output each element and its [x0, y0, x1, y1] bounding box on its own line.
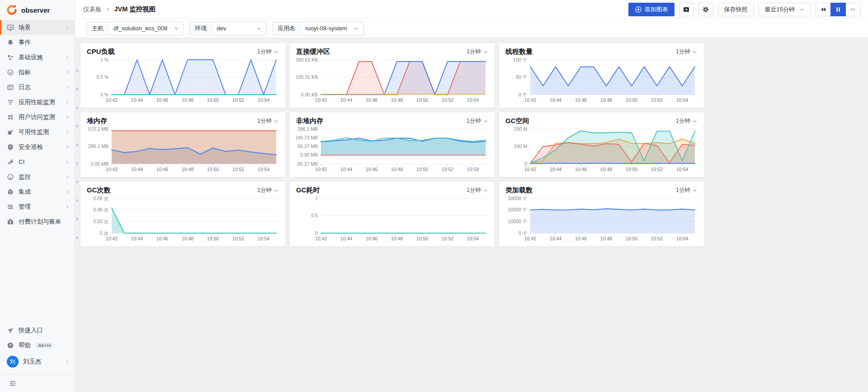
svg-text:200 M: 200 M: [514, 126, 527, 132]
svg-text:10:54: 10:54: [676, 236, 688, 241]
sidebar-item-events[interactable]: 事件: [0, 35, 75, 50]
chart-interval-select[interactable]: 1分钟: [676, 48, 698, 56]
infrastructure-icon: [7, 54, 14, 61]
pause-button[interactable]: [830, 3, 846, 16]
observer-logo-icon: [6, 5, 17, 15]
svg-text:0.5 %: 0.5 %: [96, 74, 108, 80]
panel-expand-handle[interactable]: [76, 69, 79, 72]
svg-text:286.1 MB: 286.1 MB: [297, 126, 318, 132]
apm-icon: [7, 99, 14, 106]
chevron-down-icon: [274, 49, 279, 55]
pause-icon: [835, 6, 842, 13]
main-area: 仪表板 JVM 监控视图 添加图表 保存快照 最近: [75, 0, 868, 392]
svg-text:10:54: 10:54: [467, 167, 479, 172]
sidebar-item-apm[interactable]: 应用性能监测: [0, 95, 75, 110]
rewind-icon: [820, 6, 827, 13]
app-window: observer 场景事件基础设施指标日志应用性能监测用户访问监测可用性监测安全…: [0, 0, 868, 392]
filter-value: dev: [217, 25, 226, 32]
sidebar-item-help[interactable]: ? 帮助 Alt+H: [0, 338, 75, 353]
breadcrumb-dashboards[interactable]: 仪表板: [83, 5, 102, 14]
sidebar-item-metrics[interactable]: 指标: [0, 65, 75, 80]
filter-value-select[interactable]: ruoyi-08-system: [301, 22, 363, 35]
svg-text:10:46: 10:46: [575, 236, 587, 241]
svg-text:10:54: 10:54: [676, 167, 688, 172]
sidebar-item-integration[interactable]: 集成: [0, 184, 75, 199]
sidebar-item-availability[interactable]: 可用性监测: [0, 124, 75, 139]
filter-value-select[interactable]: dev: [212, 22, 266, 35]
integration-icon: [7, 188, 14, 196]
save-snapshot-button[interactable]: 保存快照: [718, 3, 754, 16]
chart-interval-select[interactable]: 1分钟: [257, 48, 279, 56]
svg-text:10:50: 10:50: [207, 236, 219, 241]
chart-card-0: CPU负载1分钟0 %0.5 %1 %10:4210:4410:4610:481…: [80, 43, 286, 108]
chart-card-6: GC次数1分钟0 次0.03 次0.06 次0.09 次10:4210:4410…: [80, 181, 286, 247]
filter-value-select[interactable]: df_solution_ecs_008: [109, 22, 184, 35]
app-logo[interactable]: observer: [0, 0, 75, 20]
chart-interval-select[interactable]: 1分钟: [676, 117, 698, 125]
panel-expand-handle[interactable]: [76, 236, 79, 239]
chart-interval-select[interactable]: 1分钟: [467, 117, 488, 125]
svg-text:0.5: 0.5: [311, 213, 318, 218]
video-icon: [683, 6, 690, 13]
charts-grid: CPU负载1分钟0 %0.5 %1 %10:4210:4410:4610:481…: [80, 43, 704, 392]
sidebar-item-monitoring[interactable]: 监控: [0, 169, 75, 184]
sidebar-item-security[interactable]: 安全巡检: [0, 139, 75, 154]
filter-value: df_solution_ecs_008: [113, 25, 167, 32]
filter-label: 应用名: [273, 22, 301, 35]
replay-button[interactable]: [679, 3, 694, 16]
chart-interval-select[interactable]: 1分钟: [467, 186, 488, 194]
chart-interval-select[interactable]: 1分钟: [467, 48, 488, 56]
sidebar-item-scene[interactable]: 场景: [0, 20, 75, 35]
panel-expand-handle[interactable]: [76, 199, 79, 202]
time-range-select[interactable]: 最近15分钟: [759, 3, 811, 16]
svg-text:10:50: 10:50: [626, 97, 637, 103]
svg-text:100 M: 100 M: [514, 143, 527, 149]
panel-expand-handle[interactable]: [76, 124, 79, 128]
chart-interval-value: 1分钟: [676, 186, 690, 194]
chart-card-7: GC耗时1分钟00.5110:4210:4410:4610:4810:5010:…: [289, 181, 495, 247]
chart-interval-value: 1分钟: [467, 186, 481, 194]
panel-expand-handle[interactable]: [76, 87, 79, 91]
svg-text:10:44: 10:44: [340, 97, 352, 103]
chart-interval-select[interactable]: 1分钟: [257, 117, 279, 125]
collapse-sidebar-button[interactable]: [0, 375, 75, 392]
chevron-down-icon: [692, 119, 698, 124]
sidebar-item-quick-entry[interactable]: 快捷入口: [0, 323, 75, 338]
sidebar-item-infrastructure[interactable]: 基础设施: [0, 50, 75, 65]
chart-card-5: GC空间1分钟0100 M200 M10:4210:4410:4610:4810…: [499, 112, 704, 177]
settings-button[interactable]: [698, 3, 713, 16]
forward-button[interactable]: [845, 3, 861, 16]
sidebar-item-billing[interactable]: 付费计划与账单: [0, 214, 75, 229]
sidebar-item-rum[interactable]: 用户访问监测: [0, 110, 75, 124]
svg-text:30000 个: 30000 个: [508, 196, 527, 201]
sidebar-item-management[interactable]: 管理: [0, 199, 75, 214]
svg-text:10:48: 10:48: [391, 236, 403, 241]
panel-expand-handle[interactable]: [76, 143, 79, 147]
chart-title: GC次数: [87, 186, 111, 195]
panel-expand-handle[interactable]: [76, 162, 79, 165]
sidebar-item-label: CI: [19, 158, 25, 165]
chevron-right-icon: [65, 144, 70, 150]
panel-expand-handle[interactable]: [76, 217, 79, 221]
chevron-right-icon: [65, 204, 70, 210]
svg-text:390.63 KB: 390.63 KB: [296, 57, 318, 62]
svg-text:10:46: 10:46: [575, 97, 587, 103]
filter-label: 主机: [87, 22, 109, 35]
sidebar-item-logs[interactable]: 日志: [0, 80, 75, 95]
panel-expand-handle[interactable]: [76, 180, 79, 184]
playback-controls: [816, 3, 861, 16]
chart-title: 类加载数: [505, 186, 533, 195]
breadcrumb-separator-icon: [105, 7, 111, 12]
rewind-button[interactable]: [816, 3, 831, 16]
add-chart-button[interactable]: 添加图表: [628, 3, 675, 16]
svg-text:10:52: 10:52: [651, 167, 663, 172]
chart-interval-select[interactable]: 1分钟: [676, 186, 698, 194]
chart-interval-select[interactable]: 1分钟: [257, 186, 279, 194]
sidebar-item-ci[interactable]: CI: [0, 154, 75, 169]
svg-text:0 个: 0 个: [519, 92, 528, 97]
svg-text:10:54: 10:54: [467, 236, 479, 241]
panel-expand-handle[interactable]: [76, 106, 79, 110]
sidebar-item-user[interactable]: 刘 刘玉杰: [0, 353, 75, 371]
toolbar: 添加图表 保存快照 最近15分钟: [628, 3, 861, 16]
page-title: JVM 监控视图: [114, 5, 156, 14]
